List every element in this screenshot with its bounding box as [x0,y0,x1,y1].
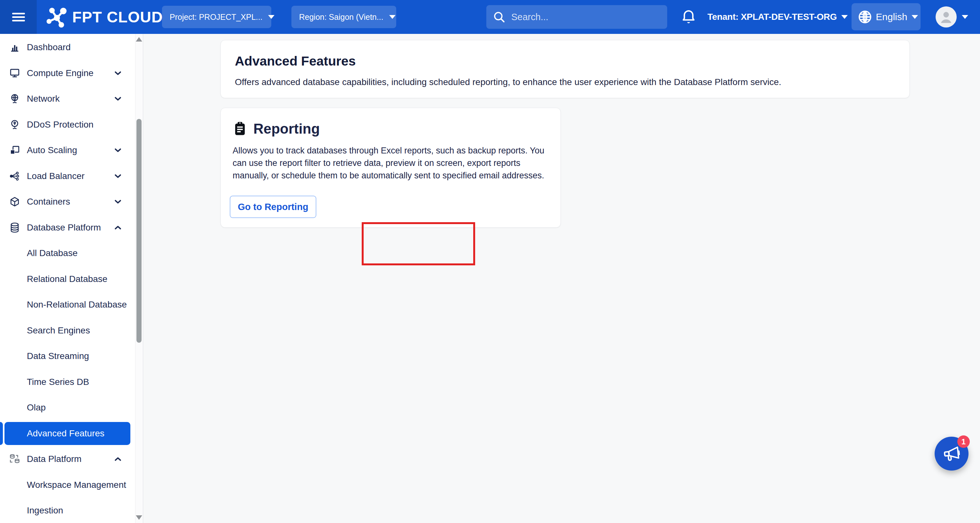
globe-stand-icon [9,93,21,105]
app-root: FPT CLOUD Project: PROJECT_XPL... Region… [0,0,980,523]
caret-down-icon [268,15,274,19]
global-search [486,5,667,29]
reporting-card-header: Reporting [232,121,320,137]
sidebar-item-relational-database[interactable]: Relational Database [0,266,135,292]
sidebar-item-search-engines[interactable]: Search Engines [0,318,135,344]
caret-down-icon [841,15,848,19]
sidebar-nav: Dashboard Compute Engine [0,34,143,523]
sidebar-item-database-platform[interactable]: Database Platform [0,215,135,241]
scrollbar-thumb[interactable] [137,119,142,343]
notification-count-badge: 1 [957,435,970,448]
sidebar-list: Dashboard Compute Engine [0,35,135,523]
sidebar-item-ddos-protection[interactable]: DDoS Protection [0,112,135,138]
sidebar-item-auto-scaling[interactable]: Auto Scaling [0,137,135,163]
reporting-card: Reporting Allows you to track databases … [221,108,561,228]
chevron-down-icon [113,196,123,207]
region-selector[interactable]: Region: Saigon (Vietn... [291,6,396,28]
sidebar-item-workspace-management[interactable]: Workspace Management [0,472,135,498]
project-selector[interactable]: Project: PROJECT_XPL... [162,6,271,28]
caret-down-icon [912,15,918,19]
sidebar-item-network[interactable]: Network [0,86,135,112]
bar-chart-icon [9,41,21,53]
caret-down-icon [962,15,968,19]
clipboard-icon [232,121,248,137]
sidebar-item-advanced-features[interactable]: Advanced Features [0,421,135,446]
layers-icon [9,145,21,156]
menu-toggle-button[interactable] [0,0,37,34]
chevron-up-icon [113,454,123,464]
molecule-logo-icon [44,5,68,29]
page-description: Offers advanced database capabilities, i… [235,77,895,87]
sidebar-item-data-streaming[interactable]: Data Streaming [0,343,135,369]
brand-wordmark: FPT CLOUD [72,8,163,26]
megaphone-icon [941,443,962,464]
hamburger-icon [12,11,25,23]
sidebar-item-compute-engine[interactable]: Compute Engine [0,61,135,86]
scroll-up-arrow[interactable] [136,37,142,41]
language-selector[interactable]: English [851,3,921,30]
brand-logo[interactable]: FPT CLOUD [44,0,163,34]
scroll-down-arrow[interactable] [136,515,142,520]
caret-down-icon [389,15,396,19]
advanced-features-header-card: Advanced Features Offers advanced databa… [221,40,910,98]
sidebar-item-olap[interactable]: Olap [0,395,135,421]
sidebar-item-load-balancer[interactable]: Load Balancer [0,163,135,189]
sidebar-item-all-database[interactable]: All Database [0,241,135,266]
sidebar-item-ingestion[interactable]: Ingestion [0,498,135,523]
sidebar-item-data-platform[interactable]: Data Platform [0,446,135,472]
annotation-highlight-box [362,222,475,265]
box-icon [9,196,21,207]
chevron-up-icon [113,222,123,233]
sidebar-item-time-series-db[interactable]: Time Series DB [0,369,135,395]
avatar [935,6,957,27]
nodes-icon [9,171,21,182]
chevron-down-icon [113,171,123,182]
user-icon [937,8,955,26]
chevron-down-icon [113,145,123,156]
sidebar-scrollbar [135,34,143,523]
chevron-down-icon [113,68,123,79]
active-indicator-bar [0,422,3,445]
globe-icon [857,9,873,25]
page-title: Advanced Features [235,54,895,69]
top-navbar: FPT CLOUD Project: PROJECT_XPL... Region… [0,0,980,34]
monitor-icon [9,67,21,79]
database-icon [9,222,21,233]
shield-camera-icon [9,119,21,131]
main-content: Advanced Features Offers advanced databa… [143,34,980,523]
reporting-card-description: Allows you to track databases through Ex… [232,145,552,182]
chevron-down-icon [113,93,123,104]
search-icon [493,11,506,23]
data-cluster-icon [9,453,21,465]
account-menu[interactable] [935,6,968,27]
search-input[interactable] [511,12,652,22]
sidebar-item-dashboard[interactable]: Dashboard [0,35,135,61]
sidebar-item-non-relational-database[interactable]: Non-Relational Database [0,292,135,318]
sidebar-item-containers[interactable]: Containers [0,189,135,215]
notifications-bell-button[interactable] [680,8,697,27]
reporting-card-title: Reporting [253,121,320,137]
go-to-reporting-button[interactable]: Go to Reporting [230,196,317,218]
bell-icon [680,8,697,26]
tenant-selector[interactable]: Tenant: XPLAT-DEV-TEST-ORG [708,0,848,34]
